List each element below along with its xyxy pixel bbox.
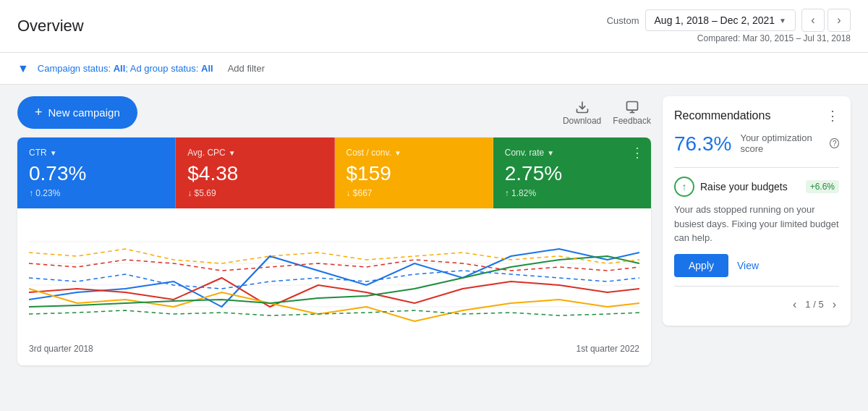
custom-label: Custom: [607, 15, 639, 26]
rec-item-header: ↑ Raise your budgets +6.6%: [674, 177, 839, 197]
ctr-change: ↑ 0.23%: [29, 188, 163, 198]
download-icon: [575, 100, 590, 114]
conv-change: ↑ 1.82%: [505, 188, 639, 198]
new-campaign-label: New campaign: [48, 106, 120, 119]
conv-label: Conv. rate ▼: [505, 148, 639, 158]
apply-button[interactable]: Apply: [674, 254, 728, 277]
conv-value: 2.75%: [505, 162, 639, 185]
new-campaign-button[interactable]: + New campaign: [17, 96, 137, 129]
plus-icon: +: [35, 105, 43, 120]
score-value: 76.3%: [674, 132, 731, 156]
rec-pagination: ‹ 1 / 5 ›: [674, 286, 839, 314]
adgroup-status-value: All: [201, 63, 213, 74]
ctr-label: CTR ▼: [29, 148, 163, 158]
cpc-label: Avg. CPC ▼: [187, 148, 322, 158]
chart-labels: 3rd quarter 2018 1st quarter 2022: [29, 344, 639, 354]
metric-tile-ctr: CTR ▼ 0.73% ↑ 0.23%: [17, 137, 176, 208]
filter-icon: ▼: [17, 62, 29, 75]
cost-value: $159: [346, 162, 481, 185]
campaign-status-label: Campaign status:: [38, 63, 114, 74]
cost-dropdown-icon[interactable]: ▼: [394, 149, 401, 157]
chart-area: 3rd quarter 2018 1st quarter 2022: [17, 208, 651, 365]
page-info: 1 / 5: [805, 299, 823, 310]
date-range-button[interactable]: Aug 1, 2018 – Dec 2, 2021 ▼: [645, 9, 796, 31]
header: Overview Custom Aug 1, 2018 – Dec 2, 202…: [0, 0, 868, 53]
chart-end-label: 1st quarter 2022: [576, 344, 639, 354]
prev-date-button[interactable]: ‹: [801, 9, 825, 32]
conv-dropdown-icon[interactable]: ▼: [547, 149, 554, 157]
view-button[interactable]: View: [737, 260, 759, 271]
recommendations-card: Recommendations ⋮ 76.3% Your optimizatio…: [663, 96, 851, 326]
rec-badge: +6.6%: [806, 180, 839, 193]
header-right: Custom Aug 1, 2018 – Dec 2, 2021 ▼ ‹ › C…: [607, 9, 851, 43]
add-filter-button[interactable]: Add filter: [222, 60, 271, 77]
chart-start-label: 3rd quarter 2018: [29, 344, 93, 354]
page-title: Overview: [17, 17, 84, 35]
score-info-icon[interactable]: ?: [830, 138, 839, 148]
optimization-score-row: 76.3% Your optimization score ?: [674, 132, 839, 156]
rec-menu-icon[interactable]: ⋮: [826, 108, 839, 124]
metric-tile-conv: Conv. rate ▼ 2.75% ↑ 1.82% ⋮: [493, 137, 651, 208]
ctr-value: 0.73%: [29, 162, 163, 185]
adgroup-status-label: ; Ad group status:: [125, 63, 201, 74]
download-label: Download: [563, 116, 601, 126]
cpc-dropdown-icon[interactable]: ▼: [229, 149, 236, 157]
next-date-button[interactable]: ›: [827, 9, 851, 32]
filter-text: Campaign status: All; Ad group status: A…: [38, 63, 213, 74]
compare-text: Compared: Mar 30, 2015 – Jul 31, 2018: [697, 33, 851, 43]
metric-tile-cpc: Avg. CPC ▼ $4.38 ↓ $5.69: [176, 137, 334, 208]
left-panel: + New campaign Download: [17, 96, 651, 397]
rec-item-icon: ↑: [674, 177, 694, 197]
cpc-change: ↓ $5.69: [187, 188, 322, 198]
next-page-button[interactable]: ›: [830, 295, 839, 314]
chart-svg: [29, 220, 639, 336]
feedback-label: Feedback: [613, 116, 651, 126]
metrics-menu-icon[interactable]: ⋮: [631, 145, 644, 161]
date-range-value: Aug 1, 2018 – Dec 2, 2021: [655, 14, 775, 26]
score-label-group: Your optimization score ?: [740, 132, 839, 154]
prev-page-button[interactable]: ‹: [790, 295, 799, 314]
filter-bar: ▼ Campaign status: All; Ad group status:…: [0, 53, 868, 85]
feedback-button[interactable]: Feedback: [613, 100, 651, 126]
stats-card: CTR ▼ 0.73% ↑ 0.23% Avg. CPC ▼ $4.38 ↓ $…: [17, 137, 651, 365]
stats-metrics: CTR ▼ 0.73% ↑ 0.23% Avg. CPC ▼ $4.38 ↓ $…: [17, 137, 651, 208]
cost-label: Cost / conv. ▼: [346, 148, 481, 158]
toolbar-actions: Download Feedback: [563, 100, 651, 126]
rec-item-title: Raise your budgets: [700, 181, 788, 192]
download-button[interactable]: Download: [563, 100, 601, 126]
chevron-down-icon: ▼: [779, 17, 786, 25]
feedback-icon: [625, 100, 639, 114]
toolbar-row: + New campaign Download: [17, 96, 651, 129]
nav-arrows: ‹ ›: [801, 9, 851, 32]
campaign-status-value: All: [114, 63, 126, 74]
cpc-value: $4.38: [187, 162, 322, 185]
rec-header: Recommendations ⋮: [674, 108, 839, 124]
date-range-row: Custom Aug 1, 2018 – Dec 2, 2021 ▼ ‹ ›: [607, 9, 851, 32]
main-content: + New campaign Download: [0, 85, 868, 409]
ctr-dropdown-icon[interactable]: ▼: [50, 149, 57, 157]
svg-rect-1: [626, 101, 637, 110]
rec-actions: Apply View: [674, 254, 839, 277]
rec-title: Recommendations: [674, 109, 770, 122]
right-panel: Recommendations ⋮ 76.3% Your optimizatio…: [663, 96, 851, 397]
rec-desc: Your ads stopped running on your busiest…: [674, 203, 839, 245]
score-label: Your optimization score ?: [740, 132, 839, 154]
rec-item: ↑ Raise your budgets +6.6% Your ads stop…: [674, 167, 839, 277]
cost-change: ↓ $667: [346, 188, 481, 198]
metric-tile-cost: Cost / conv. ▼ $159 ↓ $667: [335, 137, 493, 208]
